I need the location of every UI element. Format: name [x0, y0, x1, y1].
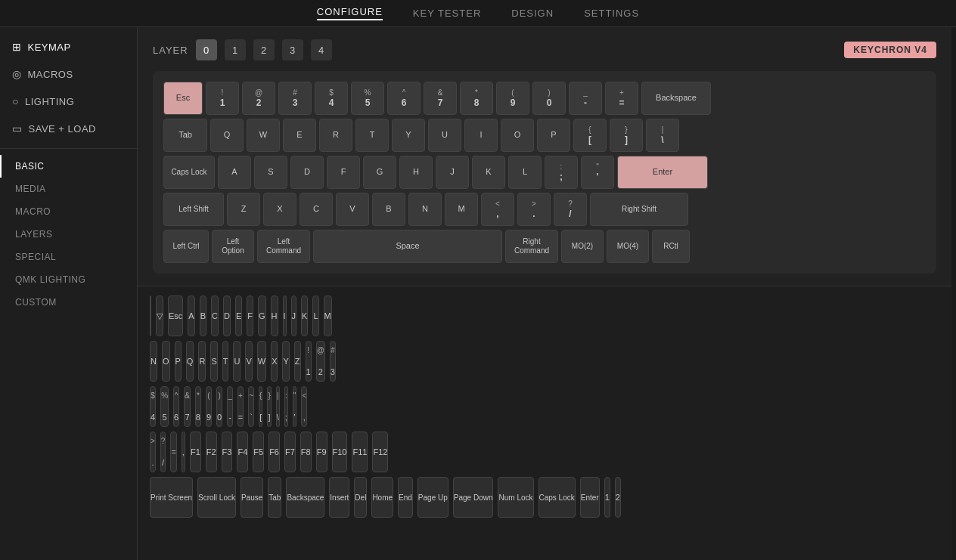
- key-equals[interactable]: +=: [605, 82, 638, 115]
- sidebar-item-lighting[interactable]: ○ LIGHTING: [0, 88, 137, 115]
- palette-key-h[interactable]: H: [271, 295, 278, 336]
- key-enter[interactable]: Enter: [617, 156, 708, 189]
- palette-key-i[interactable]: I: [283, 295, 287, 336]
- key-c[interactable]: C: [300, 193, 333, 226]
- palette-key-f10[interactable]: F10: [332, 432, 348, 472]
- key-n[interactable]: N: [408, 193, 442, 226]
- key-q[interactable]: Q: [210, 119, 244, 152]
- palette-key-eq2[interactable]: =: [170, 432, 176, 472]
- palette-key-l[interactable]: L: [312, 295, 318, 336]
- key-period[interactable]: >.: [517, 193, 551, 226]
- palette-key-num2[interactable]: 2: [615, 477, 621, 518]
- nav-settings[interactable]: SETTINGS: [584, 8, 639, 19]
- palette-key-tab[interactable]: Tab: [268, 477, 281, 518]
- key-i[interactable]: I: [464, 119, 498, 152]
- key-j[interactable]: J: [436, 156, 469, 189]
- palette-key-e[interactable]: E: [235, 295, 242, 336]
- palette-key-8[interactable]: *8: [195, 386, 201, 427]
- key-2[interactable]: @2: [242, 82, 275, 115]
- palette-key-7[interactable]: &7: [184, 386, 191, 427]
- palette-key-s[interactable]: S: [210, 341, 217, 382]
- palette-key-g[interactable]: G: [258, 295, 266, 336]
- palette-key-quote[interactable]: "': [293, 386, 297, 427]
- palette-key-backspace2[interactable]: Backspace: [286, 477, 324, 518]
- key-w[interactable]: W: [247, 119, 280, 152]
- palette-key-f2[interactable]: F2: [206, 432, 217, 472]
- key-comma[interactable]: <,: [481, 193, 514, 226]
- key-6[interactable]: ^6: [387, 82, 421, 115]
- palette-key-caps-lock[interactable]: Caps Lock: [539, 477, 576, 518]
- key-7[interactable]: &7: [424, 82, 457, 115]
- palette-key-5[interactable]: %5: [160, 386, 169, 427]
- key-y[interactable]: Y: [392, 119, 425, 152]
- palette-key-del[interactable]: Del: [354, 477, 367, 518]
- palette-key-pause[interactable]: Pause: [241, 477, 263, 518]
- palette-key-d[interactable]: D: [223, 295, 231, 336]
- key-1[interactable]: !1: [206, 82, 239, 115]
- key-5[interactable]: %5: [351, 82, 384, 115]
- palette-key-k[interactable]: K: [301, 295, 308, 336]
- palette-key-j[interactable]: J: [291, 295, 297, 336]
- palette-key-z[interactable]: Z: [294, 341, 301, 382]
- palette-key-0[interactable]: )0: [216, 386, 222, 427]
- palette-key-f8[interactable]: F8: [300, 432, 312, 472]
- palette-key-f3[interactable]: F3: [222, 432, 233, 472]
- palette-key-f4[interactable]: F4: [237, 432, 248, 472]
- scrollbar-right[interactable]: [951, 27, 956, 560]
- key-l[interactable]: L: [508, 156, 542, 189]
- palette-key-enter2[interactable]: Enter: [580, 477, 600, 518]
- layer-2-button[interactable]: 2: [253, 39, 275, 60]
- palette-key-w[interactable]: W: [257, 341, 266, 382]
- palette-key-backtick[interactable]: ~`: [248, 386, 254, 427]
- key-backslash[interactable]: |\: [646, 119, 679, 152]
- palette-key-blank[interactable]: [150, 295, 151, 336]
- palette-key-insert[interactable]: Insert: [329, 477, 349, 518]
- layer-1-button[interactable]: 1: [225, 39, 246, 60]
- palette-key-end[interactable]: End: [398, 477, 413, 518]
- palette-key-esc[interactable]: Esc: [168, 295, 183, 336]
- palette-key-comma2[interactable]: ,: [182, 432, 185, 472]
- key-4[interactable]: $4: [315, 82, 348, 115]
- key-x[interactable]: X: [263, 193, 296, 226]
- palette-key-3[interactable]: #3: [330, 341, 336, 382]
- sidebar-sub-macro[interactable]: MACRO: [0, 200, 137, 223]
- palette-key-o[interactable]: O: [162, 341, 170, 382]
- key-left-command[interactable]: Left Command: [257, 230, 310, 263]
- sidebar-item-macros[interactable]: ◎ MACROS: [0, 60, 137, 88]
- sidebar-sub-qmk-lighting[interactable]: QMK LIGHTING: [0, 268, 137, 291]
- layer-0-button[interactable]: 0: [196, 39, 217, 60]
- key-left-shift[interactable]: Left Shift: [163, 193, 224, 226]
- key-backspace[interactable]: Backspace: [641, 82, 711, 115]
- key-mo4[interactable]: MO(4): [607, 230, 649, 263]
- palette-key-v[interactable]: V: [245, 341, 252, 382]
- key-tab[interactable]: Tab: [163, 119, 207, 152]
- palette-key-transparent[interactable]: ▽: [156, 295, 163, 336]
- key-slash[interactable]: ?/: [554, 193, 587, 226]
- palette-key-2[interactable]: @2: [316, 341, 325, 382]
- palette-key-f1[interactable]: F1: [190, 432, 201, 472]
- key-rbracket[interactable]: }]: [610, 119, 643, 152]
- palette-key-semicolon[interactable]: :;: [284, 386, 288, 427]
- key-p[interactable]: P: [537, 119, 570, 152]
- palette-key-q[interactable]: Q: [186, 341, 194, 382]
- palette-key-num1[interactable]: 1: [604, 477, 610, 518]
- key-o[interactable]: O: [501, 119, 534, 152]
- key-f[interactable]: F: [327, 156, 360, 189]
- key-e[interactable]: E: [283, 119, 316, 152]
- palette-key-f9[interactable]: F9: [316, 432, 327, 472]
- sidebar-sub-media[interactable]: MEDIA: [0, 178, 137, 200]
- palette-key-y[interactable]: Y: [282, 341, 289, 382]
- palette-key-u[interactable]: U: [233, 341, 241, 382]
- key-d[interactable]: D: [290, 156, 324, 189]
- palette-key-equals[interactable]: +=: [237, 386, 244, 427]
- palette-key-f[interactable]: F: [247, 295, 253, 336]
- palette-key-x[interactable]: X: [271, 341, 278, 382]
- palette-key-print-screen[interactable]: Print Screen: [150, 477, 193, 518]
- key-s[interactable]: S: [254, 156, 287, 189]
- key-3[interactable]: #3: [278, 82, 312, 115]
- palette-key-period[interactable]: >.: [150, 432, 156, 472]
- palette-key-page-up[interactable]: Page Up: [417, 477, 449, 518]
- key-semicolon[interactable]: :;: [545, 156, 578, 189]
- palette-key-1[interactable]: !1: [306, 341, 312, 382]
- key-caps-lock[interactable]: Caps Lock: [163, 156, 215, 189]
